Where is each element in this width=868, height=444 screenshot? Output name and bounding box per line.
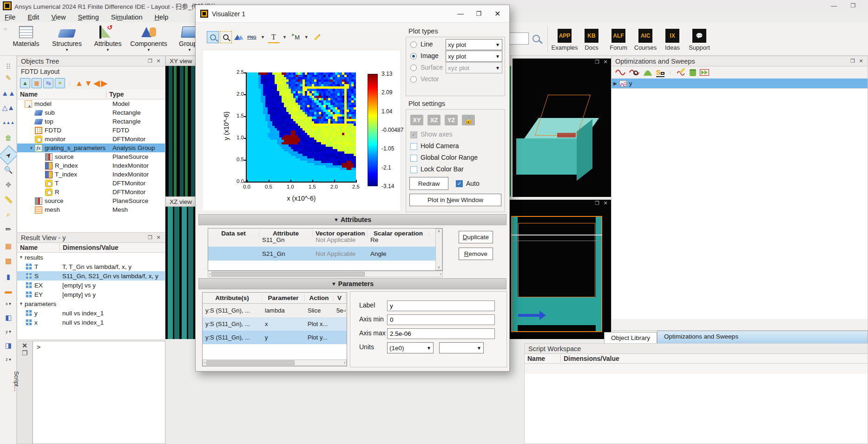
grid-view-icon[interactable]: ▦ [1,240,16,253]
menu-item-file[interactable]: File [5,13,15,21]
tree-row-T[interactable]: TDFTMonitor [17,179,165,188]
move-right-button[interactable]: ▶ [101,79,107,87]
tree-row-FDTD[interactable]: FDTDFDTD [17,126,165,135]
scroll-left-icon[interactable]: ‹ [209,272,210,276]
script-tab-label[interactable]: Script... [13,371,20,392]
zoom-extents-icon[interactable]: ⌕ [1,208,16,221]
view-pair-icon[interactable]: ◧ [1,311,16,324]
add-simulation-button[interactable]: ▦ [32,78,42,88]
plot-type-select-line[interactable]: xy plot▼ [446,39,502,50]
tab-optimizations-and-sweeps[interactable]: Optimizations and Sweeps [657,331,868,343]
checkbox-hold-camera[interactable] [410,143,417,150]
sweep-item-row[interactable]: ▶ y [612,78,868,88]
zoom-region-icon[interactable] [220,31,232,43]
result-row-S[interactable]: SS11_Gn, S21_Gn vs lambda/f, x, y [17,271,165,281]
float-icon[interactable]: ❐ [22,351,27,356]
close-icon[interactable]: ✕ [858,59,864,64]
attr-column-0[interactable]: Data set [208,230,259,237]
float-icon[interactable]: ❐ [594,201,600,206]
menu-item-simulation[interactable]: Simulation [111,13,143,21]
label-field[interactable] [387,300,495,311]
units-select-2[interactable]: ▼ [439,342,484,353]
column-name[interactable]: Name [525,355,561,362]
parameter-row-lambda[interactable]: y:S (S11_Gn), ...lambdaSlice5e-0 [203,304,347,317]
visualizer-titlebar[interactable]: Visualizer 1 — ❐ ✕ [196,5,509,23]
axis-x-label[interactable]: x ▾ [1,297,16,310]
attributes-vscrollbar[interactable]: ˄˅ [435,229,442,270]
sweep-icon[interactable] [615,69,625,76]
tree-row-source[interactable]: sourcePlaneSource [17,196,165,205]
result-row-x[interactable]: xnull vs index_1 [17,318,165,327]
applink-forum[interactable]: ALFForum [606,29,631,51]
plane-button-xz[interactable]: XZ [427,115,441,125]
parameters-hscrollbar[interactable]: ‹ › [203,359,347,366]
edit-sweep-icon[interactable] [677,69,686,76]
column-dimensions[interactable]: Dimensions/Value [561,355,622,362]
toolbar-button-attributes[interactable]: ↺Attributes▼ [88,23,127,52]
menu-item-view[interactable]: View [51,13,66,21]
close-icon[interactable]: ✕ [156,235,161,241]
expander-icon[interactable]: ▼ [19,301,25,306]
float-icon[interactable]: ❐ [850,59,855,64]
delete-icon[interactable]: 🗑 [1,131,16,144]
menu-item-edit[interactable]: Edit [27,13,39,21]
float-icon[interactable]: ❐ [147,235,153,241]
minimize-icon[interactable]: — [831,3,836,9]
optimization-icon[interactable] [629,69,639,76]
axis-min-field[interactable] [387,314,495,325]
tree-row-T_index[interactable]: T_indexIndexMonitor [17,170,165,179]
ruler-icon[interactable]: 📏 [1,193,16,206]
pan-icon[interactable]: ✥ [1,178,16,191]
dropdown-caret-icon[interactable]: ▼ [147,48,151,52]
text-dropdown-icon[interactable]: ▼ [283,35,287,39]
tree-row-grating_s_parameters[interactable]: ▼fxgrating_s_parametersAnalysis Group [17,144,165,152]
align-icon[interactable]: △▲ [1,101,16,114]
axis-max-field[interactable] [387,328,495,339]
perspective-view[interactable]: ❐ ✕ [513,59,611,197]
add-structure-button[interactable]: ▲ [20,78,30,88]
param-column-1[interactable]: Parameter [262,294,305,301]
checkbox-lock-color-bar[interactable] [410,166,417,173]
view-pair2-icon[interactable]: ◨ [1,339,16,352]
montecarlo-icon[interactable] [643,69,652,76]
scroll-left-icon[interactable]: ‹ [204,360,205,365]
axis-y-label[interactable]: y ▾ [1,325,16,338]
plane-button-xy[interactable]: XY [410,115,423,125]
column-name[interactable]: Name [17,244,60,251]
zoom-toggle-icon[interactable]: 🔍 [1,163,16,176]
scroll-down-icon[interactable]: ˅ [438,265,440,270]
move-left-button[interactable]: ◀ [94,79,100,87]
expander-icon[interactable]: ▼ [19,255,25,260]
close-icon[interactable]: ✕ [494,11,500,17]
duplicate-icon[interactable]: ▲▲ [1,86,16,99]
matrix-icon[interactable]: ➤M [289,31,302,43]
result-row-parameters[interactable]: ▼parameters [17,299,165,308]
result-row-T[interactable]: TT, T_Gn vs lambda/f, x, y [17,262,165,271]
result-row-EX[interactable]: EX[empty] vs y [17,281,165,290]
scroll-right-icon[interactable]: › [440,272,441,276]
tree-row-monitor[interactable]: monitorDFTMonitor [17,135,165,144]
edit-mesh-icon[interactable]: ✏ [1,223,16,236]
parameter-row-y[interactable]: y:S (S11_Gn), ...yPlot y... [203,331,347,344]
sparameter-icon[interactable]: S [656,68,664,77]
applink-support[interactable]: 💬Support [687,29,712,51]
close-icon[interactable]: ✕ [603,201,608,206]
toolbar-button-components[interactable]: Components▼ [129,23,168,52]
search-icon[interactable] [533,35,540,42]
duplicate-button[interactable]: Duplicate [459,231,493,243]
dropdown-caret-icon[interactable]: ▼ [65,48,69,52]
script-console[interactable]: > [33,341,165,444]
edit-structure-icon[interactable]: ✎ [1,72,16,85]
minimize-icon[interactable]: — [457,11,463,17]
png-dropdown-icon[interactable]: ▼ [261,35,265,39]
tree-row-source[interactable]: sourcePlaneSource [17,152,165,161]
plot-type-radio-image[interactable] [410,53,417,59]
auto-checkbox[interactable] [456,180,463,187]
result-row-results[interactable]: ▼results [17,253,165,262]
png-export-icon[interactable]: PNG [246,31,258,43]
menu-item-setting[interactable]: Setting [78,13,99,21]
grid-calc-icon[interactable]: ▩ [1,255,16,268]
maximize-icon[interactable]: ❐ [476,11,481,17]
close-icon[interactable]: ✕ [22,343,27,349]
attribute-row-S21_Gn[interactable]: S21_GnNot ApplicableAngle [208,247,442,261]
